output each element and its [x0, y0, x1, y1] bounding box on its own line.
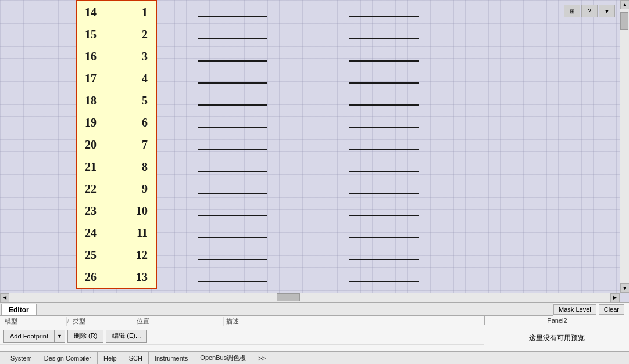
scroll-left-btn[interactable]: ◀ [0, 293, 9, 302]
ic-pin-row: 2512 [77, 244, 156, 266]
property-headers: 模型 / 类型 位置 描述 [0, 316, 484, 327]
ic-pin-row: 218 [77, 156, 156, 178]
scroll-bottom[interactable]: ◀ ▶ [0, 293, 620, 302]
status-item->>[interactable]: >> [252, 352, 271, 364]
pin-right-label: 9 [127, 182, 148, 196]
pin-right-label: 6 [127, 116, 148, 129]
delete-btn[interactable]: 删除 (R) [67, 330, 103, 343]
add-footprint-split: Add Footprint ▼ [3, 330, 65, 343]
scroll-hthumb[interactable] [277, 293, 300, 301]
scroll-up-btn[interactable]: ▲ [620, 0, 630, 9]
ic-pin-row: 174 [77, 67, 156, 89]
main-container: 1411521631741851962072182292310241125122… [0, 0, 629, 364]
pin-right-label: 5 [127, 94, 148, 107]
status-item-help[interactable]: Help [98, 352, 123, 364]
pin-left-label: 16 [85, 50, 105, 63]
add-footprint-dropdown[interactable]: ▼ [54, 330, 65, 343]
status-item-design-compiler[interactable]: Design Compiler [38, 352, 98, 364]
status-item-sch[interactable]: SCH [123, 352, 149, 364]
scroll-right[interactable]: ▲ ▼ [620, 0, 629, 293]
scroll-down-btn[interactable]: ▼ [620, 283, 630, 293]
grid-icon[interactable]: ⊞ [564, 5, 580, 17]
ic-pin-row: 207 [77, 134, 156, 156]
scroll-thumb-right[interactable] [620, 12, 628, 30]
add-footprint-btn[interactable]: Add Footprint [3, 330, 54, 343]
pin-left-label: 26 [85, 271, 105, 284]
pin-right-label: 12 [127, 248, 148, 262]
status-item-system[interactable]: System [5, 352, 38, 364]
editor-tabs: Editor Mask Level Clear [0, 303, 629, 316]
preview-panel: 这里没有可用预览 [484, 325, 629, 351]
dropdown-icon[interactable]: ▼ [599, 5, 615, 17]
panel2-label: Panel2 [484, 316, 629, 325]
scroll-track-right[interactable] [620, 9, 629, 283]
bottom-panel: Editor Mask Level Clear 模型 / 类型 位置 描述 [0, 302, 629, 351]
ic-body: 1411521631741851962072182292310241125122… [76, 0, 157, 289]
pin-left-label: 22 [85, 182, 105, 196]
preview-section: Panel2 这里没有可用预览 [484, 316, 629, 351]
mask-clear-area: Mask Level Clear [553, 303, 629, 316]
pin-left-label: 21 [85, 160, 105, 174]
ic-pin-row: 141 [77, 1, 156, 23]
pin-left-label: 18 [85, 94, 105, 107]
properties-section: 模型 / 类型 位置 描述 Add Footprint ▼ 删除 (R) 编辑 … [0, 316, 484, 351]
pin-left-label: 17 [85, 72, 105, 85]
scroll-htrack[interactable] [9, 293, 610, 302]
status-item-openbus调色板[interactable]: OpenBus调色板 [194, 352, 252, 364]
pin-right-label: 4 [127, 72, 148, 85]
ic-pin-row: 229 [77, 178, 156, 200]
pin-left-label: 19 [85, 116, 105, 129]
scroll-right-btn[interactable]: ▶ [610, 293, 620, 302]
pin-left-label: 25 [85, 248, 105, 262]
pin-left-label: 23 [85, 204, 105, 218]
pin-right-label: 10 [127, 204, 148, 218]
ic-pin-row: 163 [77, 45, 156, 67]
help-icon[interactable]: ? [581, 5, 598, 17]
toolbar-topright: ⊞ ? ▼ [564, 5, 615, 17]
pin-right-label: 7 [127, 138, 148, 152]
type-header: 类型 [70, 317, 135, 326]
preview-text: 这里没有可用预览 [529, 333, 585, 343]
position-header: 位置 [134, 317, 224, 326]
canvas-area[interactable]: 1411521631741851962072182292310241125122… [0, 0, 629, 302]
btn-row: Add Footprint ▼ 删除 (R) 编辑 (E)... [0, 327, 484, 345]
pin-right-label: 8 [127, 160, 148, 174]
panel-content: 模型 / 类型 位置 描述 Add Footprint ▼ 删除 (R) 编辑 … [0, 316, 629, 351]
editor-tab[interactable]: Editor [1, 304, 37, 315]
ic-pin-row: 196 [77, 111, 156, 134]
pin-left-label: 15 [85, 28, 105, 41]
ic-pin-row: 2613 [77, 266, 156, 288]
component-wrapper: 1411521631741851962072182292310241125122… [0, 0, 620, 293]
status-bar: SystemDesign CompilerHelpSCHInstrumentsO… [0, 351, 629, 364]
clear-btn[interactable]: Clear [599, 304, 624, 315]
model-header: 模型 [2, 317, 67, 326]
pin-left-label: 20 [85, 138, 105, 152]
edit-btn[interactable]: 编辑 (E)... [106, 330, 147, 343]
pin-right-label: 11 [127, 226, 148, 240]
description-header: 描述 [224, 317, 481, 326]
ic-pin-row: 2411 [77, 222, 156, 244]
mask-level-btn[interactable]: Mask Level [553, 304, 596, 315]
pin-right-label: 2 [127, 28, 148, 41]
pin-right-label: 3 [127, 50, 148, 63]
pin-left-label: 24 [85, 226, 105, 240]
pin-left-label: 14 [85, 6, 105, 19]
pin-right-label: 13 [127, 271, 148, 284]
pin-right-label: 1 [127, 6, 148, 19]
ic-pin-row: 185 [77, 89, 156, 111]
ic-pin-row: 152 [77, 23, 156, 45]
ic-pin-row: 2310 [77, 200, 156, 222]
status-item-instruments[interactable]: Instruments [149, 352, 194, 364]
